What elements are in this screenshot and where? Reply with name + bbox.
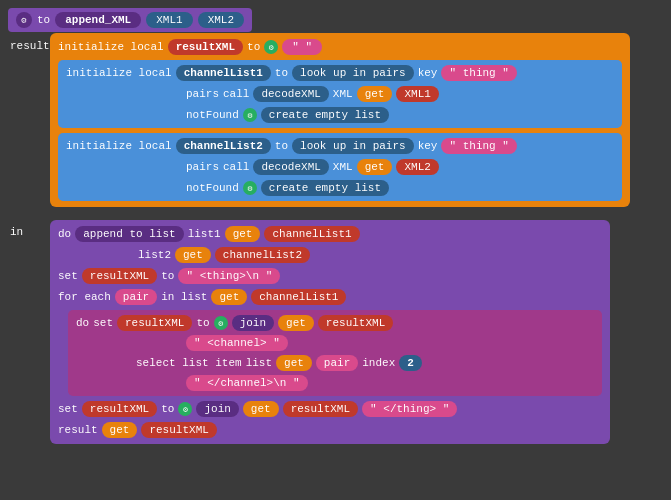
call-label1: call [223, 88, 249, 100]
empty-list2[interactable]: create empty list [261, 180, 389, 196]
to-label4: to [161, 270, 174, 282]
thing-key2[interactable]: " thing " [441, 138, 516, 154]
xml1-pill[interactable]: XML1 [396, 86, 438, 102]
gear5: ⚙ [178, 402, 192, 416]
key-label2: key [418, 140, 438, 152]
init-local-label2: initialize local [66, 67, 172, 79]
result-get-row: result get resultXML [58, 422, 602, 438]
gear1: ⚙ [264, 40, 278, 54]
in-block: do append to list list1 get channelList1… [50, 220, 610, 444]
foreach-label: for each [58, 291, 111, 303]
select-label: select list item [136, 357, 242, 369]
to-label6: to [161, 403, 174, 415]
pairs-row1: pairs call decodeXML XML get XML1 [186, 86, 614, 102]
xml2-pill[interactable]: XML2 [396, 159, 438, 175]
header-bar: ⚙ to append_XML XML1 XML2 [8, 8, 252, 32]
set-label2: set [93, 317, 113, 329]
channel-close-val[interactable]: " </channel>\n " [186, 375, 308, 391]
result-label: result [8, 36, 56, 52]
cl2-pill[interactable]: channelList2 [176, 138, 271, 154]
join-pill2[interactable]: join [196, 401, 238, 417]
lookup-pill2[interactable]: look up in pairs [292, 138, 414, 154]
xml-label2: XML [333, 161, 353, 173]
thing-close-val[interactable]: " </thing> " [362, 401, 457, 417]
get-pill1[interactable]: get [357, 86, 393, 102]
lookup-pill1[interactable]: look up in pairs [292, 65, 414, 81]
index-label: index [362, 357, 395, 369]
decode-pill1[interactable]: decodeXML [253, 86, 328, 102]
param1-pill[interactable]: XML1 [146, 12, 192, 28]
foreach-row: for each pair in list get channelList1 [58, 289, 602, 305]
result-get-label: result [58, 424, 98, 436]
cl1-val-a[interactable]: channelList1 [264, 226, 359, 242]
index-val[interactable]: 2 [399, 355, 422, 371]
do-label2: do [76, 317, 89, 329]
do-label1: do [58, 228, 71, 240]
func-name-pill[interactable]: append_XML [55, 12, 141, 28]
resultxml-pill[interactable]: resultXML [168, 39, 243, 55]
to-label1: to [247, 41, 260, 53]
to-label2: to [275, 67, 288, 79]
notfound-row2: notFound ⚙ create empty list [186, 180, 614, 196]
join-pill1[interactable]: join [232, 315, 274, 331]
get-cl1-b[interactable]: get [211, 289, 247, 305]
select-item-row: select list item list get pair index 2 [136, 355, 594, 371]
get-rxml3[interactable]: get [102, 422, 138, 438]
resultxml-pill4[interactable]: resultXML [82, 401, 157, 417]
notfound-row1: notFound ⚙ create empty list [186, 107, 614, 123]
resultxml-pill3[interactable]: resultXML [117, 315, 192, 331]
init-cl1-row: initialize local channelList1 to look up… [66, 65, 614, 81]
get-rxml2[interactable]: get [243, 401, 279, 417]
cl1-val-b[interactable]: channelList1 [251, 289, 346, 305]
channel-open-val[interactable]: " <channel> " [186, 335, 288, 351]
pair-pill[interactable]: pair [115, 289, 157, 305]
set-thing-close-row: set resultXML to ⚙ join get resultXML " … [58, 401, 602, 417]
str-empty[interactable]: " " [282, 39, 322, 55]
list2-label: list2 [138, 249, 171, 261]
resultxml-pill2[interactable]: resultXML [82, 268, 157, 284]
channel-open-row: " <channel> " [186, 335, 594, 351]
rxml-val1[interactable]: resultXML [318, 315, 393, 331]
notfound-label2: notFound [186, 182, 239, 194]
rxml-val2[interactable]: resultXML [283, 401, 358, 417]
xml-label1: XML [333, 88, 353, 100]
inner-do-block: do set resultXML to ⚙ join get resultXML… [68, 310, 602, 396]
rxml-val3[interactable]: resultXML [141, 422, 216, 438]
channellist1-block: initialize local channelList1 to look up… [58, 60, 622, 128]
get-pill2[interactable]: get [357, 159, 393, 175]
to-label3: to [275, 140, 288, 152]
cl1-pill[interactable]: channelList1 [176, 65, 271, 81]
get-cl2-a[interactable]: get [175, 247, 211, 263]
result-block: initialize local resultXML to ⚙ " " init… [50, 33, 630, 207]
pair-val[interactable]: pair [316, 355, 358, 371]
thing-open-val[interactable]: " <thing>\n " [178, 268, 280, 284]
get-rxml1[interactable]: get [278, 315, 314, 331]
call-label2: call [223, 161, 249, 173]
canvas: ⚙ to append_XML XML1 XML2 result initial… [0, 0, 671, 500]
set-thing-row: set resultXML to " <thing>\n " [58, 268, 602, 284]
init-cl2-row: initialize local channelList2 to look up… [66, 138, 614, 154]
init-local-label1: initialize local [58, 41, 164, 53]
cl2-val-a[interactable]: channelList2 [215, 247, 310, 263]
channellist2-block: initialize local channelList2 to look up… [58, 133, 622, 201]
init-local-label3: initialize local [66, 140, 172, 152]
notfound-label1: notFound [186, 109, 239, 121]
append-pill[interactable]: append to list [75, 226, 183, 242]
empty-list1[interactable]: create empty list [261, 107, 389, 123]
list2-row: list2 get channelList2 [138, 247, 602, 263]
key-label1: key [418, 67, 438, 79]
decode-pill2[interactable]: decodeXML [253, 159, 328, 175]
list1-label: list1 [188, 228, 221, 240]
param2-pill[interactable]: XML2 [198, 12, 244, 28]
pairs-label2: pairs [186, 161, 219, 173]
to-label5: to [196, 317, 209, 329]
get-pair[interactable]: get [276, 355, 312, 371]
gear2: ⚙ [243, 108, 257, 122]
thing-key1[interactable]: " thing " [441, 65, 516, 81]
do-append-row: do append to list list1 get channelList1 [58, 226, 602, 242]
set-label3: set [58, 403, 78, 415]
in-label: in [8, 224, 25, 240]
init-resultxml-row: initialize local resultXML to ⚙ " " [58, 39, 622, 55]
list-label-s: list [246, 357, 272, 369]
get-cl1-a[interactable]: get [225, 226, 261, 242]
